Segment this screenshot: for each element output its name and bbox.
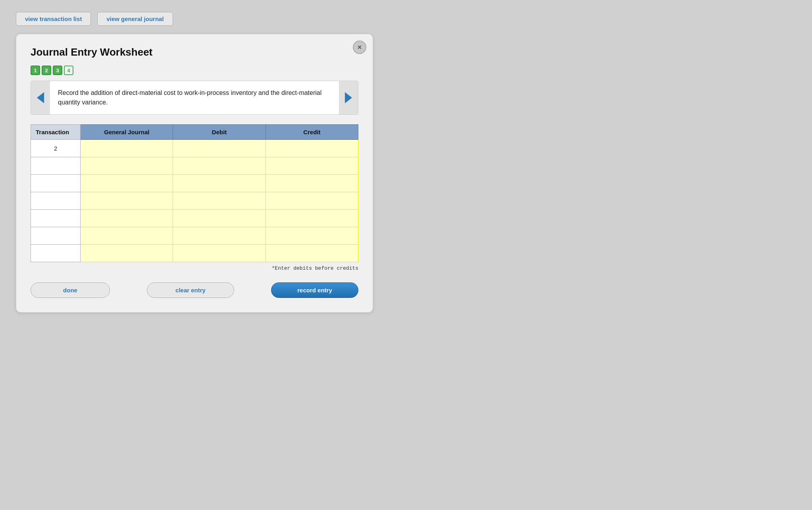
general-journal-cell-1[interactable] — [81, 140, 173, 157]
close-icon: × — [358, 43, 362, 52]
top-button-bar: view transaction list view general journ… — [16, 12, 173, 26]
debit-cell-6[interactable] — [173, 227, 266, 245]
credit-input-1[interactable] — [268, 140, 356, 157]
credit-input-7[interactable] — [268, 245, 356, 262]
debit-input-6[interactable] — [175, 227, 263, 244]
credit-input-3[interactable] — [268, 175, 356, 192]
prev-instruction-button[interactable] — [31, 81, 50, 114]
close-button[interactable]: × — [353, 41, 366, 54]
debit-input-1[interactable] — [175, 140, 263, 157]
credit-input-2[interactable] — [268, 157, 356, 174]
debit-input-7[interactable] — [175, 245, 263, 262]
credit-cell-5[interactable] — [266, 210, 358, 227]
step-3-badge[interactable]: 3 — [53, 66, 62, 75]
debit-cell-4[interactable] — [173, 192, 266, 210]
instruction-text: Record the addition of direct-material c… — [50, 81, 339, 114]
general-journal-cell-6[interactable] — [81, 227, 173, 245]
panel-title: Journal Entry Worksheet — [31, 46, 358, 58]
transaction-empty-4 — [31, 192, 81, 210]
journal-table: Transaction General Journal Debit Credit… — [31, 124, 358, 262]
debit-cell-2[interactable] — [173, 157, 266, 175]
credit-cell-7[interactable] — [266, 245, 358, 262]
debit-cell-1[interactable] — [173, 140, 266, 157]
debit-cell-5[interactable] — [173, 210, 266, 227]
general-journal-input-3[interactable] — [83, 175, 170, 192]
table-row — [31, 192, 358, 210]
bottom-buttons: done clear entry record entry — [31, 282, 358, 298]
done-button[interactable]: done — [31, 282, 110, 298]
debit-cell-7[interactable] — [173, 245, 266, 262]
credit-cell-3[interactable] — [266, 175, 358, 192]
transaction-empty-3 — [31, 175, 81, 192]
debit-cell-3[interactable] — [173, 175, 266, 192]
credit-cell-1[interactable] — [266, 140, 358, 157]
step-indicators: 1 2 3 4 — [31, 66, 358, 75]
transaction-empty-5 — [31, 210, 81, 227]
col-header-transaction: Transaction — [31, 125, 81, 140]
journal-entry-worksheet-panel: × Journal Entry Worksheet 1 2 3 4 Record… — [16, 34, 373, 313]
table-row — [31, 175, 358, 192]
credit-cell-2[interactable] — [266, 157, 358, 175]
transaction-number-cell: 2 — [31, 140, 81, 157]
col-header-debit: Debit — [173, 125, 266, 140]
view-general-journal-button[interactable]: view general journal — [97, 12, 173, 26]
arrow-right-icon — [345, 92, 352, 103]
debit-input-5[interactable] — [175, 210, 263, 227]
debit-input-3[interactable] — [175, 175, 263, 192]
credit-input-5[interactable] — [268, 210, 356, 227]
general-journal-cell-5[interactable] — [81, 210, 173, 227]
general-journal-cell-3[interactable] — [81, 175, 173, 192]
credit-cell-4[interactable] — [266, 192, 358, 210]
credit-cell-6[interactable] — [266, 227, 358, 245]
step-2-badge[interactable]: 2 — [42, 66, 51, 75]
general-journal-cell-7[interactable] — [81, 245, 173, 262]
transaction-empty-6 — [31, 227, 81, 245]
general-journal-input-6[interactable] — [83, 227, 170, 244]
table-row — [31, 157, 358, 175]
clear-entry-button[interactable]: clear entry — [147, 282, 234, 298]
step-4-badge[interactable]: 4 — [64, 66, 73, 75]
general-journal-cell-4[interactable] — [81, 192, 173, 210]
view-transaction-list-button[interactable]: view transaction list — [16, 12, 91, 26]
table-row — [31, 245, 358, 262]
general-journal-input-2[interactable] — [83, 157, 170, 174]
col-header-general-journal: General Journal — [81, 125, 173, 140]
transaction-empty-7 — [31, 245, 81, 262]
credit-input-6[interactable] — [268, 227, 356, 244]
transaction-empty-2 — [31, 157, 81, 175]
hint-text: *Enter debits before credits — [31, 265, 358, 271]
table-row: 2 — [31, 140, 358, 157]
debit-input-2[interactable] — [175, 157, 263, 174]
instruction-box: Record the addition of direct-material c… — [31, 81, 358, 115]
general-journal-input-7[interactable] — [83, 245, 170, 262]
record-entry-button[interactable]: record entry — [271, 282, 358, 298]
table-row — [31, 210, 358, 227]
general-journal-input-1[interactable] — [83, 140, 170, 157]
debit-input-4[interactable] — [175, 192, 263, 209]
general-journal-input-4[interactable] — [83, 192, 170, 209]
general-journal-cell-2[interactable] — [81, 157, 173, 175]
arrow-left-icon — [37, 92, 44, 103]
step-1-badge[interactable]: 1 — [31, 66, 40, 75]
table-row — [31, 227, 358, 245]
next-instruction-button[interactable] — [339, 81, 358, 114]
credit-input-4[interactable] — [268, 192, 356, 209]
col-header-credit: Credit — [266, 125, 358, 140]
general-journal-input-5[interactable] — [83, 210, 170, 227]
